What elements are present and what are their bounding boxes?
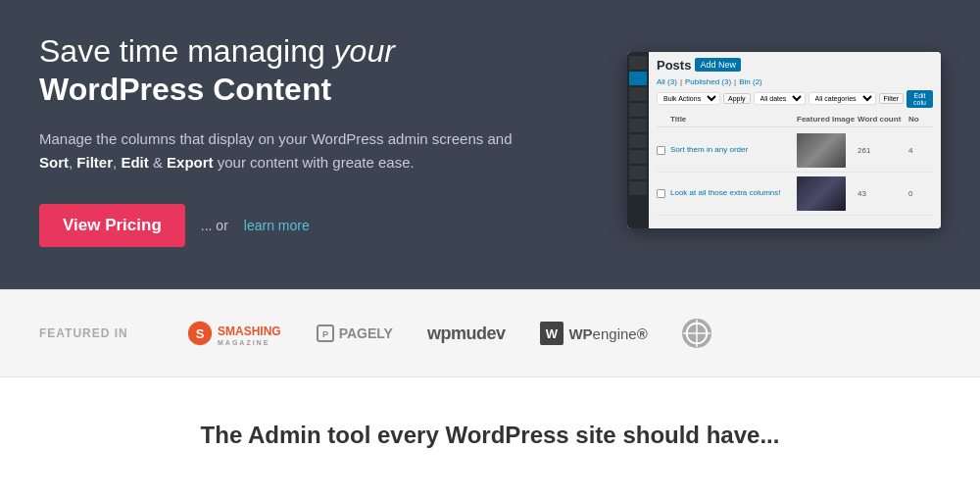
featured-logos: S SMASHING MAGAZINE P PAGELY wpmudev W <box>186 319 941 348</box>
smashing-icon: S <box>186 320 214 347</box>
view-pricing-button[interactable]: View Pricing <box>39 204 185 247</box>
sidebar-item-9 <box>629 181 647 195</box>
wp-bulk-actions: Bulk Actions Apply All dates All categor… <box>657 90 933 108</box>
filter-bin[interactable]: Bin (2) <box>739 77 762 86</box>
smashing-magazine-logo: S SMASHING MAGAZINE <box>186 320 281 347</box>
sidebar-item-7 <box>629 150 647 164</box>
bottom-tagline: The Admin tool every WordPress site shou… <box>39 422 941 449</box>
table-row: Sort them in any order 261 4 <box>657 129 933 173</box>
wp-top-bar: Posts Add New <box>657 58 933 73</box>
categories-select[interactable]: All categories <box>808 92 876 105</box>
row1-thumbnail <box>797 133 846 168</box>
wp-filters: All (3) | Published (3) | Bin (2) <box>657 77 933 86</box>
col-no: No <box>908 115 933 124</box>
row1-title: Sort them in any order <box>670 145 795 155</box>
col-title: Title <box>670 115 795 124</box>
row1-checkbox[interactable] <box>657 146 665 155</box>
svg-text:S: S <box>196 326 205 341</box>
add-new-button[interactable]: Add New <box>695 58 741 72</box>
wpmudev-logo: wpmudev <box>427 324 506 344</box>
pagely-icon: P <box>316 324 335 343</box>
hero-content: Save time managing your WordPress Conten… <box>39 32 549 247</box>
featured-section: FEATURED IN S SMASHING MAGAZINE P PAGELY… <box>0 289 980 377</box>
col-checkbox <box>657 115 668 124</box>
dates-select[interactable]: All dates <box>754 92 806 105</box>
wpengine-text: WPengine® <box>568 325 647 342</box>
sidebar-item-3 <box>629 87 647 101</box>
row2-no: 0 <box>908 189 933 198</box>
wpengine-icon: W <box>539 321 564 346</box>
row2-thumbnail <box>797 176 846 211</box>
sidebar-item-1 <box>629 56 647 70</box>
row1-word-count: 261 <box>858 146 906 155</box>
circle-logo <box>682 319 711 348</box>
bulk-actions-select[interactable]: Bulk Actions <box>657 92 720 105</box>
sidebar-item-4 <box>629 103 647 117</box>
hero-section: Save time managing your WordPress Conten… <box>0 0 980 289</box>
svg-text:W: W <box>546 326 559 341</box>
pagely-logo: P PAGELY <box>316 324 393 343</box>
table-row: Look at all those extra columns! 43 0 <box>657 173 933 216</box>
sidebar-item-8 <box>629 166 647 179</box>
learn-more-link[interactable]: learn more <box>244 218 310 233</box>
col-word-count: Word count <box>858 115 906 124</box>
cta-row: View Pricing ... or learn more <box>39 204 549 247</box>
row1-no: 4 <box>908 146 933 155</box>
bottom-section: The Admin tool every WordPress site shou… <box>0 377 980 493</box>
filter-published[interactable]: Published (3) <box>685 77 731 86</box>
wp-admin-mockup: Posts Add New All (3) | Published (3) | … <box>627 52 941 228</box>
table-header: Title Featured Image Word count No <box>657 112 933 127</box>
posts-title: Posts <box>657 58 691 73</box>
sidebar-item-2 <box>629 72 647 85</box>
col-featured: Featured Image <box>797 115 856 124</box>
sidebar-item-6 <box>629 134 647 148</box>
filter-all[interactable]: All (3) <box>657 77 677 86</box>
wp-admin-sidebar <box>627 52 649 228</box>
apply-button[interactable]: Apply <box>723 93 751 104</box>
circle-logo-icon <box>682 318 711 349</box>
edit-columns-button[interactable]: Edit colu <box>906 90 933 108</box>
featured-label: FEATURED IN <box>39 326 147 340</box>
row2-word-count: 43 <box>858 189 906 198</box>
row2-checkbox[interactable] <box>657 189 665 198</box>
hero-title: Save time managing your WordPress Conten… <box>39 32 549 108</box>
wpengine-logo: W WPengine® <box>539 321 647 346</box>
hero-subtitle: Manage the columns that display on your … <box>39 127 549 175</box>
svg-text:P: P <box>322 329 328 339</box>
sidebar-item-5 <box>629 119 647 132</box>
wp-admin-main: Posts Add New All (3) | Published (3) | … <box>649 52 941 228</box>
cta-or-text: ... or <box>201 218 228 233</box>
filter-button[interactable]: Filter <box>879 93 905 104</box>
row2-title: Look at all those extra columns! <box>670 188 795 198</box>
